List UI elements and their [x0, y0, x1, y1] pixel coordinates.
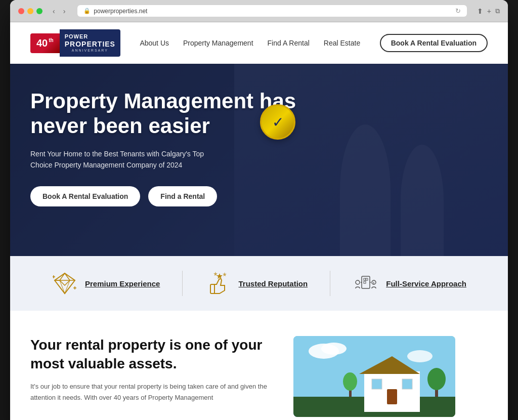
- hero-book-button[interactable]: Book A Rental Evaluation: [30, 186, 140, 206]
- content-heading: Your rental property is one of your most…: [30, 336, 273, 373]
- logo-badge: 40th: [30, 33, 60, 53]
- nav-cta-button[interactable]: Book A Rental Evaluation: [380, 34, 488, 52]
- svg-line-4: [65, 280, 70, 293]
- feature-divider-1: [182, 271, 183, 296]
- logo-anniversary: ANNIVERSARY: [65, 49, 115, 53]
- svg-marker-11: [217, 273, 223, 279]
- new-tab-icon[interactable]: +: [487, 7, 491, 15]
- svg-rect-16: [366, 278, 368, 280]
- thumbs-up-icon: [205, 270, 232, 297]
- website-content: 40th POWER PROPERTIES ANNIVERSARY About …: [10, 22, 508, 420]
- nav-controls: ‹ ›: [51, 6, 67, 16]
- forward-button[interactable]: ›: [61, 6, 68, 16]
- traffic-lights: [18, 8, 42, 14]
- share-icon[interactable]: ⬆: [477, 7, 483, 15]
- svg-marker-13: [213, 272, 218, 276]
- feature-premium: Premium Experience: [52, 270, 160, 297]
- svg-rect-17: [364, 281, 366, 283]
- svg-line-3: [60, 280, 65, 293]
- content-body: It's our job to ensure that your rental …: [30, 381, 273, 403]
- svg-rect-28: [372, 379, 382, 389]
- hero-rental-button[interactable]: Find a Rental: [148, 186, 217, 206]
- feature-divider-2: [330, 271, 330, 296]
- nav-item-rental[interactable]: Find A Rental: [268, 38, 310, 48]
- address-bar[interactable]: 🔒 powerproperties.net ↻: [77, 5, 466, 17]
- content-section: Your rental property is one of your most…: [10, 311, 508, 420]
- nav-link-property[interactable]: Property Management: [183, 39, 253, 47]
- svg-point-23: [321, 343, 347, 355]
- logo[interactable]: 40th POWER PROPERTIES ANNIVERSARY: [30, 29, 120, 57]
- svg-rect-30: [387, 389, 397, 404]
- svg-marker-12: [223, 272, 227, 276]
- url-text: powerproperties.net: [94, 8, 147, 15]
- service-icon: $: [353, 270, 379, 297]
- svg-point-32: [427, 368, 446, 390]
- svg-marker-0: [55, 273, 75, 293]
- svg-rect-29: [402, 379, 412, 389]
- browser-window: ‹ › 🔒 powerproperties.net ↻ ⬆ + ⧉ 40th P…: [10, 0, 508, 420]
- hero-content: Property Management has never been easie…: [10, 64, 324, 226]
- svg-marker-1: [60, 273, 70, 285]
- feature-fullservice: $ Full-Service Approach: [353, 270, 466, 297]
- lock-icon: 🔒: [83, 8, 91, 14]
- hero-section: ✓ Property Management has never been eas…: [10, 64, 508, 256]
- feature-trusted: Trusted Reputation: [205, 270, 308, 297]
- logo-properties: PROPERTIES: [65, 40, 115, 49]
- nav-links: About Us Property Management Find A Rent…: [140, 38, 360, 48]
- svg-rect-10: [210, 284, 214, 293]
- logo-text: POWER PROPERTIES ANNIVERSARY: [60, 29, 120, 57]
- svg-point-34: [343, 372, 357, 391]
- hero-buttons: Book A Rental Evaluation Find a Rental: [30, 186, 304, 206]
- badge-circle: ✓: [260, 104, 295, 140]
- maximize-button[interactable]: [36, 8, 42, 14]
- features-bar: Premium Experience Trusted Repu: [10, 256, 508, 311]
- tabs-icon[interactable]: ⧉: [495, 7, 500, 15]
- content-text: Your rental property is one of your most…: [30, 336, 273, 403]
- nav-link-about[interactable]: About Us: [140, 39, 169, 47]
- content-image: [293, 336, 455, 417]
- nav-item-property[interactable]: Property Management: [183, 38, 253, 48]
- badge-checkmark: ✓: [272, 114, 284, 131]
- svg-rect-15: [364, 278, 366, 280]
- navbar: 40th POWER PROPERTIES ANNIVERSARY About …: [10, 22, 508, 64]
- back-button[interactable]: ‹: [51, 6, 57, 16]
- diamond-icon: [52, 270, 78, 297]
- nav-link-rental[interactable]: Find A Rental: [268, 39, 310, 47]
- nav-item-about[interactable]: About Us: [140, 38, 169, 48]
- close-button[interactable]: [18, 8, 24, 14]
- feature-fullservice-label[interactable]: Full-Service Approach: [386, 279, 466, 288]
- reload-icon[interactable]: ↻: [455, 7, 461, 15]
- logo-power: POWER: [65, 33, 115, 40]
- logo-sup: th: [49, 37, 53, 43]
- svg-point-18: [356, 280, 360, 284]
- browser-titlebar: ‹ › 🔒 powerproperties.net ↻ ⬆ + ⧉: [10, 0, 508, 22]
- hero-subtitle: Rent Your Home to the Best Tenants with …: [30, 148, 223, 171]
- logo-number: 40: [36, 37, 48, 49]
- minimize-button[interactable]: [27, 8, 33, 14]
- hero-badge: ✓: [260, 104, 295, 140]
- feature-premium-label[interactable]: Premium Experience: [85, 279, 160, 288]
- nav-item-realestate[interactable]: Real Estate: [324, 38, 360, 48]
- svg-point-24: [407, 350, 433, 362]
- feature-trusted-label[interactable]: Trusted Reputation: [239, 279, 308, 288]
- browser-actions: ⬆ + ⧉: [477, 7, 500, 15]
- nav-link-realestate[interactable]: Real Estate: [324, 39, 360, 47]
